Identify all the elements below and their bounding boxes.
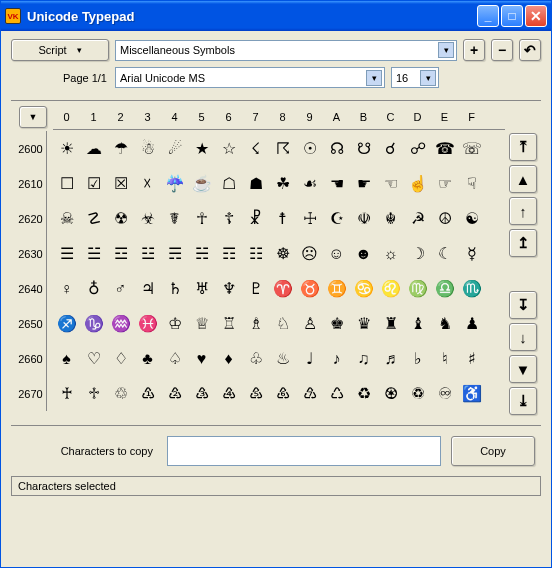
grid-menu-button[interactable]: ▼ <box>19 106 47 128</box>
char-cell[interactable]: ☷ <box>242 239 269 269</box>
char-cell[interactable]: ♦ <box>215 344 242 374</box>
char-cell[interactable]: ♞ <box>431 309 458 339</box>
char-cell[interactable]: ♒ <box>107 309 134 339</box>
char-cell[interactable]: ♝ <box>404 309 431 339</box>
char-cell[interactable]: ☖ <box>215 169 242 199</box>
char-cell[interactable]: ☆ <box>215 134 242 164</box>
char-cell[interactable]: ☑ <box>80 169 107 199</box>
char-cell[interactable]: ☇ <box>242 134 269 164</box>
char-cell[interactable]: ♩ <box>296 344 323 374</box>
char-cell[interactable]: ♥ <box>188 344 215 374</box>
char-cell[interactable]: ☟ <box>458 169 485 199</box>
script-combo[interactable]: Miscellaneous Symbols ▾ <box>115 40 457 61</box>
char-cell[interactable]: ♜ <box>377 309 404 339</box>
char-cell[interactable]: ☲ <box>107 239 134 269</box>
char-cell[interactable]: ♇ <box>242 274 269 304</box>
char-cell[interactable]: ♏ <box>458 274 485 304</box>
scroll-stepup-button[interactable]: ↥ <box>509 229 537 257</box>
char-cell[interactable]: ♺ <box>323 379 350 409</box>
undo-button[interactable]: ↶ <box>519 39 541 61</box>
char-cell[interactable]: ♷ <box>242 379 269 409</box>
char-cell[interactable]: ♮ <box>431 344 458 374</box>
char-cell[interactable]: ☫ <box>350 204 377 234</box>
char-cell[interactable]: ♬ <box>377 344 404 374</box>
char-cell[interactable]: ♙ <box>296 309 323 339</box>
char-cell[interactable]: ☚ <box>323 169 350 199</box>
char-cell[interactable]: ♅ <box>188 274 215 304</box>
char-cell[interactable]: ♨ <box>269 344 296 374</box>
char-cell[interactable]: ☿ <box>458 239 485 269</box>
char-cell[interactable]: ♉ <box>296 274 323 304</box>
size-combo[interactable]: 16 ▾ <box>391 67 439 88</box>
char-cell[interactable]: ☼ <box>377 239 404 269</box>
char-cell[interactable]: ♹ <box>296 379 323 409</box>
zoom-in-button[interactable]: + <box>463 39 485 61</box>
char-cell[interactable]: ♿ <box>458 379 485 409</box>
scroll-pagedown-button[interactable]: ▼ <box>509 355 537 383</box>
char-cell[interactable]: ★ <box>188 134 215 164</box>
char-cell[interactable]: ☁ <box>80 134 107 164</box>
char-cell[interactable]: ♠ <box>53 344 80 374</box>
char-cell[interactable]: ♐ <box>53 309 80 339</box>
char-cell[interactable]: ☻ <box>350 239 377 269</box>
char-cell[interactable]: ☉ <box>296 134 323 164</box>
char-cell[interactable]: ☮ <box>431 204 458 234</box>
char-cell[interactable]: ♕ <box>188 309 215 339</box>
scroll-bottom-button[interactable]: ⤓ <box>509 387 537 415</box>
char-cell[interactable]: ♆ <box>215 274 242 304</box>
char-cell[interactable]: ♫ <box>350 344 377 374</box>
char-cell[interactable]: ☓ <box>134 169 161 199</box>
char-cell[interactable]: ♟ <box>458 309 485 339</box>
char-cell[interactable]: ♪ <box>323 344 350 374</box>
char-cell[interactable]: ☗ <box>242 169 269 199</box>
scroll-down-button[interactable]: ↓ <box>509 323 537 351</box>
char-cell[interactable]: ☍ <box>404 134 431 164</box>
char-cell[interactable]: ♡ <box>80 344 107 374</box>
zoom-out-button[interactable]: − <box>491 39 513 61</box>
char-cell[interactable]: ☹ <box>296 239 323 269</box>
char-cell[interactable]: ☠ <box>53 204 80 234</box>
char-cell[interactable]: ♂ <box>107 274 134 304</box>
char-cell[interactable]: ☩ <box>296 204 323 234</box>
minimize-button[interactable]: _ <box>477 5 499 27</box>
char-cell[interactable]: ☕ <box>188 169 215 199</box>
char-cell[interactable]: ☔ <box>161 169 188 199</box>
char-cell[interactable]: ♼ <box>377 379 404 409</box>
char-cell[interactable]: ☊ <box>323 134 350 164</box>
char-cell[interactable]: ♃ <box>134 274 161 304</box>
char-cell[interactable]: ☾ <box>431 239 458 269</box>
chevron-down-icon[interactable]: ▾ <box>438 42 454 58</box>
char-cell[interactable]: ♣ <box>134 344 161 374</box>
char-cell[interactable]: ♚ <box>323 309 350 339</box>
char-cell[interactable]: ☃ <box>134 134 161 164</box>
char-cell[interactable]: ☛ <box>350 169 377 199</box>
char-cell[interactable]: ☭ <box>404 204 431 234</box>
char-cell[interactable]: ♧ <box>242 344 269 374</box>
char-cell[interactable]: ☨ <box>269 204 296 234</box>
titlebar[interactable]: VK Unicode Typepad _ □ ✕ <box>1 1 551 31</box>
char-cell[interactable]: ♯ <box>458 344 485 374</box>
char-cell[interactable]: ☌ <box>377 134 404 164</box>
scroll-top-button[interactable]: ⤒ <box>509 133 537 161</box>
char-cell[interactable]: ☘ <box>269 169 296 199</box>
copy-input[interactable] <box>167 436 441 466</box>
char-cell[interactable]: ♤ <box>161 344 188 374</box>
char-cell[interactable]: ☤ <box>161 204 188 234</box>
char-cell[interactable]: ☡ <box>80 204 107 234</box>
char-cell[interactable]: ♗ <box>242 309 269 339</box>
char-cell[interactable]: ♽ <box>404 379 431 409</box>
chevron-down-icon[interactable]: ▾ <box>420 70 436 86</box>
char-cell[interactable]: ♻ <box>350 379 377 409</box>
char-cell[interactable]: ♾ <box>431 379 458 409</box>
char-cell[interactable]: ♛ <box>350 309 377 339</box>
scroll-up-button[interactable]: ↑ <box>509 197 537 225</box>
char-cell[interactable]: ☝ <box>404 169 431 199</box>
scroll-stepdown-button[interactable]: ↧ <box>509 291 537 319</box>
char-cell[interactable]: ♸ <box>269 379 296 409</box>
char-cell[interactable]: ♋ <box>350 274 377 304</box>
char-cell[interactable]: ☂ <box>107 134 134 164</box>
char-cell[interactable]: ♭ <box>404 344 431 374</box>
char-cell[interactable]: ☸ <box>269 239 296 269</box>
char-cell[interactable]: ♲ <box>107 379 134 409</box>
char-cell[interactable]: ♌ <box>377 274 404 304</box>
